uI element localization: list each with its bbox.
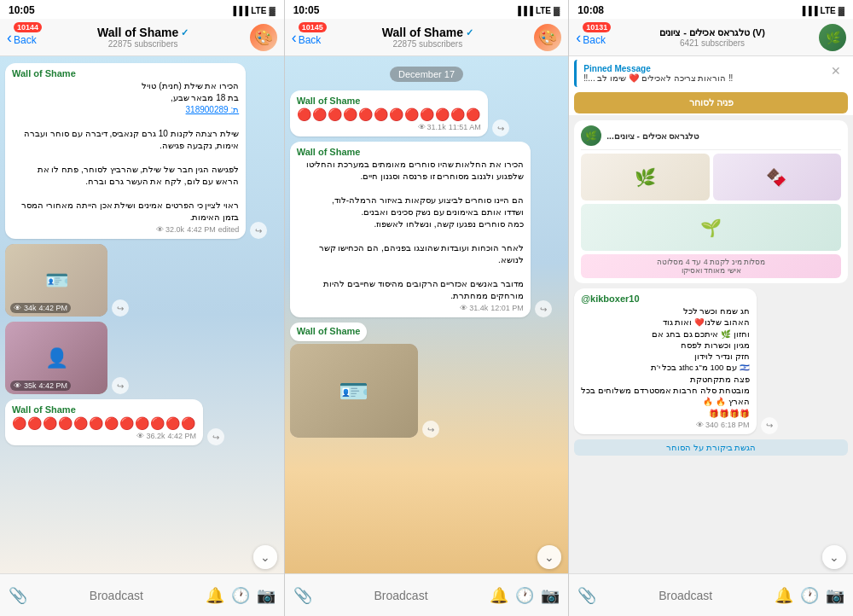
back-arrow-1: ‹ (7, 30, 12, 45)
forward-3[interactable]: ↪ (761, 417, 778, 434)
sender-name-1: Wall of Shame (12, 68, 239, 78)
emoji-views-1: 👁 36.2k (136, 432, 165, 440)
channel-title-2: Wall of Shame ✓ (326, 26, 529, 39)
user-bubble-3: @kikboxer10 חג שמח וכשר לכלהאהוב שלנו❤️ … (574, 288, 756, 434)
forward-btn-emoji1[interactable]: ↪ (207, 428, 224, 445)
channel-small-avatar-3: 🌿 (581, 125, 601, 146)
camera-icon-3[interactable]: 📷 (826, 586, 844, 605)
channel-title-1: Wall of Shame ✓ (42, 26, 245, 39)
emoji-row-2-top: Wall of Shame 🔴🔴🔴🔴🔴🔴🔴🔴🔴🔴🔴🔴 👁 31.1k 11:51… (290, 90, 564, 137)
message-bubble-1: Wall of Shame הכירו את שילת (חנית) טוילב… (5, 63, 246, 239)
badge-3: 10131 (583, 22, 611, 32)
user-views-3: 👁 340 (696, 421, 718, 429)
battery-icon-3: ▓ (838, 6, 844, 15)
message-row-2-1: Wall of Shame הכירו את החלאות שהיו סוחרי… (290, 142, 564, 317)
broadcast-input-2[interactable] (319, 589, 484, 602)
forward-2-1[interactable]: ↪ (535, 300, 552, 317)
emoji-bubble-1: Wall of Shame 🔴🔴🔴🔴🔴🔴🔴🔴🔴🔴🔴🔴 👁 36.2k 4:42 … (5, 399, 203, 445)
emoji-row-1: 🔴🔴🔴🔴🔴🔴🔴🔴🔴🔴🔴🔴 (12, 416, 196, 430)
pinned-title-3: Pinned Message (583, 64, 733, 73)
nav-bar-3: 10131 ‹ Back טלגראס אכילים - ציונים (V) … (569, 19, 853, 56)
badge-1: 10144 (14, 22, 42, 32)
pinned-content-3: Pinned Message ‼️ הוראות צריכה לאכילים ❤… (583, 64, 733, 83)
pinned-close-3[interactable]: ✕ (831, 64, 841, 78)
forward-btn-1[interactable]: ↪ (250, 222, 267, 239)
back-label-1: Back (14, 34, 37, 46)
chat-content-3: 🌿 טלגראס אכילים - ציונים... 🌿 🍫 🌱 מסלות … (569, 115, 853, 573)
nav-bar-2: 10145 ‹ Back Wall of Shame ✓ 22875 subsc… (285, 19, 569, 56)
forward-btn-img2[interactable]: ↪ (112, 377, 129, 394)
attachment-icon-1[interactable]: 📎 (9, 586, 27, 605)
signal-icon-1: ▐▐▐ (230, 6, 248, 15)
status-bar-1: 10:05 ▐▐▐ LTE ▓ (0, 0, 284, 19)
meta-2-1: 👁 31.4k 12:01 PM (297, 304, 524, 312)
back-label-2: Back (299, 34, 322, 46)
channel-avatar-3: 🌿 (819, 24, 846, 51)
channel-title-3: טלגראס אכילים - ציונים (V) (611, 27, 814, 38)
id-card-image-2: 🪪 (290, 344, 418, 438)
battery-icon-1: ▓ (269, 6, 275, 15)
back-arrow-2: ‹ (292, 30, 297, 45)
battery-icon-2: ▓ (554, 6, 560, 15)
date-pill-2: December 17 (390, 67, 463, 82)
chat-area-1: Wall of Shame הכירו את שילת (חנית) טוילב… (0, 56, 284, 573)
phone-2: 10:05 ▐▐▐ LTE ▓ 10145 ‹ Back Wall of Sha… (285, 0, 570, 616)
signal-icon-3: ▐▐▐ (799, 6, 817, 15)
clock-icon-2[interactable]: 🕐 (515, 586, 534, 605)
channel-btn-3[interactable]: פניה לסוחר (574, 92, 848, 113)
channel-avatar-1: 🎨 (250, 24, 277, 51)
forward-2-0[interactable]: ↪ (492, 119, 509, 137)
image-views-1: 👁34k 4:42 PM (10, 303, 71, 313)
carrier-1: LTE (251, 6, 266, 15)
broadcast-input-3[interactable] (603, 589, 768, 602)
time-2: 10:05 (293, 4, 320, 16)
camera-icon-1[interactable]: 📷 (257, 586, 276, 605)
bell-icon-2[interactable]: 🔔 (490, 586, 508, 605)
channel-avatar-2: 🎨 (534, 24, 561, 51)
emoji-meta-1: 👁 36.2k 4:42 PM (12, 432, 196, 440)
channel-header-row-3: 🌿 טלגראס אכילים - ציונים... (581, 125, 841, 150)
clock-icon-3[interactable]: 🕐 (800, 586, 819, 605)
scroll-down-1[interactable]: ⌄ (253, 545, 277, 569)
emoji-content-2: 🔴🔴🔴🔴🔴🔴🔴🔴🔴🔴🔴🔴 (297, 108, 481, 121)
id-card-image-1: 🪪 👁34k 4:42 PM (5, 244, 107, 317)
nav-title-area-3: טלגראס אכילים - ציונים (V) 6421 subscrib… (611, 27, 814, 48)
price-tag-3: מסלות מינ לקנות 4 עד 4 מסלוטהאישי מאוחד … (581, 254, 841, 278)
status-icons-2: ▐▐▐ LTE ▓ (515, 6, 560, 15)
clock-icon-1[interactable]: 🕐 (231, 586, 250, 605)
subscribers-2: 22875 subscribers (326, 39, 529, 49)
messages-1: Wall of Shame הכירו את שילת (חנית) טוילב… (0, 56, 284, 573)
time-2-0: 11:51 AM (449, 123, 481, 131)
carrier-3: LTE (821, 6, 836, 15)
attachment-icon-2[interactable]: 📎 (293, 586, 312, 605)
user-meta-3: 👁 340 6:18 PM (581, 421, 749, 429)
expand-btn-3[interactable]: הגשת ביקורת על הסוחר (574, 439, 848, 456)
wos-label-3: Wall of Shame (290, 323, 368, 341)
message-row-1: Wall of Shame הכירו את שילת (חנית) טוילב… (5, 63, 279, 239)
back-button-2[interactable]: 10145 ‹ Back (292, 29, 322, 46)
time-3: 10:08 (577, 4, 604, 16)
camera-icon-2[interactable]: 📷 (541, 586, 560, 605)
back-button-3[interactable]: 10131 ‹ Back (576, 29, 606, 46)
bell-icon-1[interactable]: 🔔 (206, 586, 224, 605)
emoji-sender-2: Wall of Shame (297, 96, 481, 106)
verified-icon-1: ✓ (181, 27, 189, 38)
subscribers-1: 22875 subscribers (42, 39, 245, 49)
attachment-icon-3[interactable]: 📎 (577, 586, 596, 605)
scroll-down-3[interactable]: ⌄ (822, 545, 846, 569)
forward-2-img[interactable]: ↪ (422, 421, 439, 438)
emoji-time-1: 4:42 PM (167, 432, 196, 440)
forward-btn-img1[interactable]: ↪ (112, 299, 129, 317)
bell-icon-3[interactable]: 🔔 (775, 586, 793, 605)
image-views-2: 👁35k 4:42 PM (10, 381, 71, 391)
nav-bar-1: 10144 ‹ Back Wall of Shame ✓ 22875 subsc… (0, 19, 284, 56)
broadcast-input-1[interactable] (34, 589, 199, 602)
views-2-0: 👁 31.1k (418, 123, 446, 131)
wall-of-shame-3: Wall of Shame 🪪 (290, 323, 418, 438)
sender-2-1: Wall of Shame (297, 147, 524, 157)
message-bubble-2-1: Wall of Shame הכירו את החלאות שהיו סוחרי… (290, 142, 531, 317)
subscribers-3: 6421 subscribers (611, 38, 814, 48)
chat-area-3: 🌿 טלגראס אכילים - ציונים... 🌿 🍫 🌱 מסלות … (569, 115, 853, 573)
back-button-1[interactable]: 10144 ‹ Back (7, 29, 37, 46)
phone-3: 10:08 ▐▐▐ LTE ▓ 10131 ‹ Back טלגראס אכיל… (569, 0, 853, 616)
